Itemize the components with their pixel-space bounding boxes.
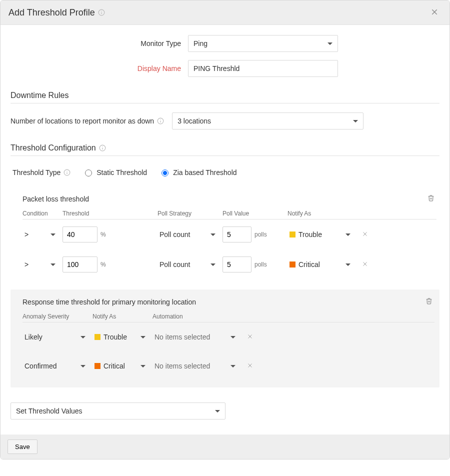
trash-icon[interactable]	[424, 296, 434, 307]
response-time-title: Response time threshold for primary moni…	[22, 298, 196, 306]
svg-point-2	[101, 11, 102, 12]
anomaly-severity-select[interactable]: Likely	[22, 330, 88, 344]
threshold-type-radio-group: Static Threshold Zia based Threshold	[82, 168, 236, 176]
downtime-rules-heading: Downtime Rules	[10, 91, 440, 104]
threshold-config-heading: Threshold Configuration	[10, 144, 440, 156]
anomaly-severity-value: Confirmed	[24, 362, 57, 370]
anomaly-severity-select[interactable]: Confirmed	[22, 358, 88, 374]
static-threshold-radio-input[interactable]	[85, 170, 92, 176]
downtime-locations-label-wrap: Number of locations to report monitor as…	[10, 117, 164, 125]
chevron-down-icon	[215, 410, 220, 412]
downtime-locations-row: Number of locations to report monitor as…	[10, 112, 440, 130]
close-icon[interactable]	[428, 6, 442, 18]
threshold-type-row: Threshold Type Static Threshold Zia base…	[10, 165, 440, 180]
remove-row-icon[interactable]	[358, 230, 372, 239]
automation-select[interactable]: No items selected	[152, 330, 238, 344]
downtime-locations-value: 3 locations	[178, 117, 211, 125]
severity-swatch	[290, 232, 296, 238]
response-time-columns: Anomaly Severity Notify As Automation	[22, 309, 434, 322]
dialog-header: Add Threshold Profile	[0, 0, 450, 25]
packet-loss-title: Packet loss threshold	[22, 195, 89, 203]
chevron-down-icon	[230, 336, 236, 338]
downtime-locations-label: Number of locations to report monitor as…	[10, 117, 154, 125]
chevron-down-icon	[50, 234, 56, 236]
automation-value: No items selected	[154, 333, 210, 341]
condition-select[interactable]: >	[22, 257, 58, 272]
dialog-footer: Save	[0, 434, 450, 459]
col-strategy: Poll Strategy	[158, 210, 218, 217]
automation-select[interactable]: No items selected	[152, 358, 238, 374]
col-notify: Notify As	[92, 313, 148, 320]
remove-row-icon[interactable]	[242, 332, 258, 342]
remove-row-icon[interactable]	[358, 260, 372, 269]
set-threshold-values-wrap: Set Threshold Values	[10, 402, 440, 420]
threshold-input[interactable]	[62, 226, 98, 242]
display-name-row: Display Name	[10, 60, 440, 77]
info-icon[interactable]	[64, 169, 70, 176]
col-anomaly: Anomaly Severity	[22, 313, 88, 320]
chevron-down-icon	[210, 234, 216, 236]
poll-value-input[interactable]	[222, 226, 252, 242]
threshold-input[interactable]	[62, 256, 98, 272]
severity-swatch	[290, 262, 296, 268]
downtime-locations-select[interactable]: 3 locations	[172, 112, 364, 130]
polls-unit: polls	[254, 231, 267, 238]
response-time-header: Response time threshold for primary moni…	[22, 296, 434, 307]
packet-loss-header: Packet loss threshold	[22, 194, 436, 204]
col-condition: Condition	[22, 210, 58, 217]
condition-value: >	[24, 260, 28, 268]
packet-loss-row: > % Poll count polls	[22, 250, 436, 280]
poll-strategy-select[interactable]: Poll count	[158, 257, 218, 272]
poll-strategy-value: Poll count	[160, 260, 190, 268]
col-value: Poll Value	[222, 210, 282, 217]
dialog-title-text: Add Threshold Profile	[8, 8, 95, 18]
monitor-type-row: Monitor Type Ping	[10, 35, 440, 52]
static-threshold-radio[interactable]: Static Threshold	[82, 168, 147, 176]
display-name-input[interactable]	[188, 60, 338, 77]
chevron-down-icon	[346, 234, 350, 236]
notify-as-value: Trouble	[298, 230, 322, 238]
notify-as-select[interactable]: Trouble	[92, 330, 148, 344]
set-threshold-values-label: Set Threshold Values	[16, 407, 82, 415]
chevron-down-icon	[353, 120, 358, 122]
svg-point-13	[67, 170, 68, 171]
save-button[interactable]: Save	[8, 440, 38, 454]
chevron-down-icon	[230, 365, 236, 368]
chevron-down-icon	[210, 264, 216, 266]
remove-row-icon[interactable]	[242, 362, 258, 370]
trash-icon[interactable]	[426, 194, 436, 204]
poll-value-input[interactable]	[222, 256, 252, 272]
threshold-type-label: Threshold Type	[12, 168, 60, 176]
notify-as-value: Critical	[104, 362, 125, 370]
display-name-label: Display Name	[10, 64, 188, 72]
svg-point-7	[160, 120, 161, 120]
info-icon[interactable]	[98, 9, 105, 16]
notify-as-select[interactable]: Critical	[288, 257, 352, 272]
response-time-row: Confirmed Critical No items selected	[22, 352, 434, 380]
packet-loss-block: Packet loss threshold Condition Threshol…	[10, 186, 440, 284]
poll-strategy-select[interactable]: Poll count	[158, 227, 218, 242]
zia-threshold-radio-label: Zia based Threshold	[173, 168, 236, 176]
percent-unit: %	[100, 261, 106, 268]
chevron-down-icon	[50, 264, 56, 266]
svg-point-10	[102, 146, 102, 147]
condition-value: >	[24, 230, 28, 238]
notify-as-value: Trouble	[104, 333, 127, 341]
notify-as-select[interactable]: Critical	[92, 358, 148, 374]
monitor-type-select[interactable]: Ping	[188, 35, 338, 52]
zia-threshold-radio[interactable]: Zia based Threshold	[159, 168, 236, 176]
zia-threshold-radio-input[interactable]	[162, 170, 168, 176]
downtime-heading-text: Downtime Rules	[10, 91, 68, 100]
dialog-title: Add Threshold Profile	[8, 8, 105, 18]
notify-as-select[interactable]: Trouble	[288, 227, 352, 242]
monitor-type-value: Ping	[194, 40, 208, 48]
polls-unit: polls	[254, 261, 267, 268]
condition-select[interactable]: >	[22, 227, 58, 242]
info-icon[interactable]	[99, 144, 106, 152]
set-threshold-values-select[interactable]: Set Threshold Values	[10, 402, 226, 420]
chevron-down-icon	[80, 336, 86, 338]
response-time-row: Likely Trouble No items selected	[22, 322, 434, 352]
chevron-down-icon	[80, 365, 86, 368]
percent-unit: %	[100, 231, 106, 238]
info-icon[interactable]	[157, 118, 164, 124]
